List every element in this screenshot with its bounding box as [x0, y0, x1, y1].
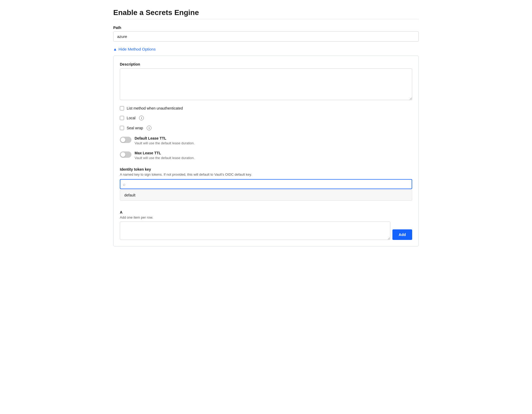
local-checkbox[interactable] [120, 116, 124, 120]
identity-token-key-dropdown: default [120, 190, 412, 201]
seal-wrap-row: Seal wrap i [120, 126, 412, 130]
identity-token-key-desc: A named key to sign tokens. If not provi… [120, 172, 412, 176]
default-lease-ttl-subtitle: Vault will use the default lease duratio… [135, 141, 195, 145]
title-divider [113, 19, 419, 19]
path-label: Path [113, 26, 419, 30]
description-field: Description [120, 62, 412, 101]
default-lease-ttl-slider [120, 137, 131, 143]
dropdown-item-default[interactable]: default [120, 190, 412, 200]
add-row: Add [120, 221, 412, 240]
seal-wrap-info-icon: i [147, 126, 151, 130]
audit-desc: Add one item per row. [120, 215, 412, 219]
local-label: Local [127, 116, 135, 120]
path-input[interactable] [113, 31, 419, 42]
path-section: Path [113, 26, 419, 42]
default-lease-ttl-row: Default Lease TTL Vault will use the def… [120, 136, 412, 145]
page-title: Enable a Secrets Engine [113, 8, 419, 17]
toggle-method-options-label: Hide Method Options [119, 47, 156, 51]
default-lease-ttl-toggle[interactable] [120, 137, 131, 143]
max-lease-ttl-toggle[interactable] [120, 151, 131, 158]
description-label: Description [120, 62, 412, 66]
local-row: Local i [120, 116, 412, 120]
description-textarea[interactable] [120, 68, 412, 100]
local-info-icon: i [139, 116, 144, 120]
max-lease-ttl-title: Max Lease TTL [135, 151, 195, 155]
audit-label: A [120, 210, 412, 214]
identity-token-key-search-wrapper: ⌕ default [120, 179, 412, 189]
method-options-panel: Description List method when unauthentic… [113, 56, 419, 247]
seal-wrap-checkbox[interactable] [120, 126, 124, 130]
list-method-row: List method when unauthenticated [120, 106, 412, 110]
default-lease-ttl-text-group: Default Lease TTL Vault will use the def… [135, 136, 195, 145]
add-textarea[interactable] [120, 221, 390, 240]
identity-token-key-label: Identity token key [120, 167, 412, 171]
default-lease-ttl-title: Default Lease TTL [135, 136, 195, 140]
max-lease-ttl-slider [120, 151, 131, 158]
identity-token-key-section: Identity token key A named key to sign t… [120, 167, 412, 189]
chevron-up-icon: ▲ [113, 47, 117, 51]
list-method-checkbox[interactable] [120, 106, 124, 110]
max-lease-ttl-text-group: Max Lease TTL Vault will use the default… [135, 151, 195, 160]
max-lease-ttl-subtitle: Vault will use the default lease duratio… [135, 156, 195, 160]
seal-wrap-label: Seal wrap [127, 126, 143, 130]
add-button[interactable]: Add [392, 229, 412, 240]
toggle-method-options-button[interactable]: ▲ Hide Method Options [113, 47, 156, 51]
identity-token-key-search-input[interactable] [120, 179, 412, 189]
audit-section: A Add one item per row. Add [120, 210, 412, 240]
list-method-label: List method when unauthenticated [127, 106, 183, 110]
max-lease-ttl-row: Max Lease TTL Vault will use the default… [120, 151, 412, 160]
